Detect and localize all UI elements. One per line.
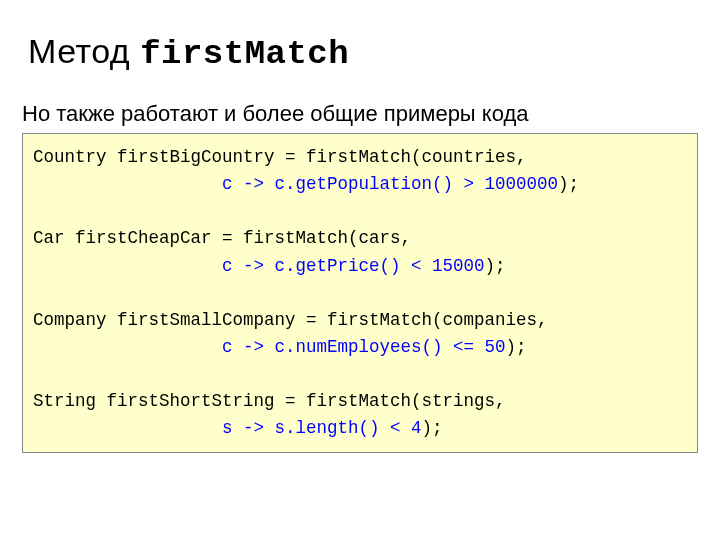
code-lambda: c -> c.getPrice() < 15000 xyxy=(222,256,485,276)
code-indent xyxy=(33,174,222,194)
code-line: Country firstBigCountry = firstMatch(cou… xyxy=(33,147,527,167)
slide-subtitle: Но также работают и более общие примеры … xyxy=(22,101,692,127)
code-tail: ); xyxy=(485,256,506,276)
code-lambda: c -> c.numEmployees() <= 50 xyxy=(222,337,506,357)
title-mono: firstMatch xyxy=(140,35,349,73)
code-block: Country firstBigCountry = firstMatch(cou… xyxy=(22,133,698,453)
code-lambda: s -> s.length() < 4 xyxy=(222,418,422,438)
title-plain: Метод xyxy=(28,32,140,70)
code-indent xyxy=(33,337,222,357)
code-tail: ); xyxy=(422,418,443,438)
code-line: String firstShortString = firstMatch(str… xyxy=(33,391,506,411)
code-line: Company firstSmallCompany = firstMatch(c… xyxy=(33,310,548,330)
code-tail: ); xyxy=(558,174,579,194)
slide-title: Метод firstMatch xyxy=(28,32,692,73)
code-indent xyxy=(33,418,222,438)
code-indent xyxy=(33,256,222,276)
code-tail: ); xyxy=(506,337,527,357)
code-line: Car firstCheapCar = firstMatch(cars, xyxy=(33,228,411,248)
code-lambda: c -> c.getPopulation() > 1000000 xyxy=(222,174,558,194)
